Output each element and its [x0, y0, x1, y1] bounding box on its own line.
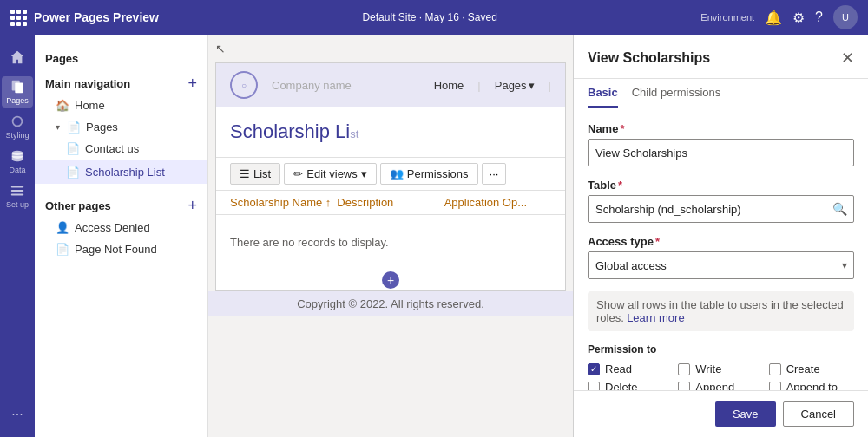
permission-create: Create: [769, 362, 854, 375]
name-label: Name *: [588, 122, 854, 135]
col-description[interactable]: Description: [337, 196, 444, 209]
permission-delete-label: Delete: [605, 381, 638, 390]
nav-home[interactable]: [2, 42, 33, 73]
access-type-select[interactable]: Global access: [588, 251, 854, 279]
company-name: Company name: [272, 79, 420, 92]
name-input[interactable]: [588, 139, 854, 166]
scholarship-list-icon: 📄: [66, 166, 80, 179]
nav-pages-label: Pages: [6, 96, 29, 105]
add-row-button[interactable]: +: [382, 271, 399, 289]
preview-toolbar: ↖: [208, 35, 573, 62]
sidebar-other-pages-header: Other pages +: [35, 191, 207, 217]
panel-tabs: Basic Child permissions: [574, 79, 868, 108]
env-label: Environment: [700, 12, 754, 23]
footer-text: Copyright © 2022. All rights reserved.: [297, 297, 484, 310]
nav-more[interactable]: ···: [2, 399, 33, 430]
sidebar: Pages Main navigation + 🏠 Home ▾ 📄 Pages…: [35, 35, 208, 437]
sidebar-main-nav-header: Main navigation +: [35, 68, 207, 95]
permission-append: Append: [678, 381, 763, 390]
panel-close-button[interactable]: ✕: [841, 49, 854, 68]
list-icon: ☰: [240, 167, 250, 180]
col-scholarship-name[interactable]: Scholarship Name ↑: [230, 196, 337, 209]
add-nav-item-button[interactable]: +: [187, 75, 197, 91]
sidebar-scholarship-label: Scholarship List: [85, 166, 165, 179]
permission-write: Write: [678, 362, 763, 375]
col-application[interactable]: Application Op...: [444, 196, 551, 209]
top-bar-right: Environment 🔔 ⚙ ? U: [700, 5, 858, 29]
permission-grid: ✓ Read Write Create Delete: [588, 362, 854, 390]
sidebar-item-page-not-found[interactable]: 📄 Page Not Found: [35, 238, 207, 260]
list-footer: +: [216, 270, 565, 290]
permission-read-label: Read: [605, 362, 632, 375]
preview-back-button[interactable]: ↖: [215, 42, 226, 55]
permission-delete: Delete: [588, 381, 673, 390]
learn-more-link[interactable]: Learn more: [627, 311, 684, 324]
cancel-button[interactable]: Cancel: [783, 401, 854, 427]
add-other-page-button[interactable]: +: [187, 198, 197, 213]
list-empty-message: There are no records to display.: [216, 215, 565, 270]
checkbox-create[interactable]: [769, 363, 781, 375]
page-title-area: Scholarship List: [216, 107, 565, 157]
nav-home-link[interactable]: Home: [434, 79, 464, 92]
page-not-found-icon: 📄: [56, 243, 69, 256]
checkbox-delete[interactable]: [588, 382, 600, 391]
help-icon[interactable]: ?: [815, 10, 823, 25]
nav-data-label: Data: [9, 166, 25, 174]
panel-header: View Scholarships ✕: [574, 35, 868, 79]
sidebar-page-not-found-label: Page Not Found: [75, 243, 157, 256]
sidebar-item-home[interactable]: 🏠 Home: [35, 95, 207, 116]
sidebar-item-contact-us[interactable]: 📄 Contact us: [35, 138, 207, 160]
settings-icon[interactable]: ⚙: [792, 10, 805, 26]
list-more-button[interactable]: ···: [482, 163, 507, 185]
permissions-label: Permissions: [407, 167, 469, 180]
permissions-button[interactable]: 👥 Permissions: [380, 163, 478, 185]
nav-setup[interactable]: Set up: [2, 180, 33, 212]
nav-pages-dropdown[interactable]: Pages ▾: [495, 79, 535, 92]
notification-icon[interactable]: 🔔: [765, 10, 782, 26]
access-info: Show all rows in the table to users in t…: [588, 291, 854, 331]
list-view-button[interactable]: ☰ List: [230, 163, 280, 185]
chevron-down-icon: ▾: [56, 122, 60, 132]
sidebar-home-label: Home: [75, 99, 105, 112]
panel-footer: Save Cancel: [574, 390, 868, 437]
name-required: *: [620, 122, 624, 135]
nav-data[interactable]: Data: [2, 146, 33, 177]
permissions-icon: 👥: [390, 167, 404, 180]
checkbox-read[interactable]: ✓: [588, 363, 600, 375]
table-input[interactable]: [588, 195, 854, 223]
svg-rect-5: [11, 194, 23, 196]
edit-views-label: Edit views: [306, 167, 358, 180]
tab-child-permissions[interactable]: Child permissions: [632, 79, 721, 108]
permission-to-section: Permission to ✓ Read Write Create: [588, 343, 854, 390]
access-type-select-wrapper: Global access ▾: [588, 251, 854, 279]
sidebar-item-scholarship-list[interactable]: 📄 Scholarship List ···: [35, 160, 207, 184]
sidebar-item-pages-expand[interactable]: ▾ 📄 Pages: [35, 116, 207, 138]
sidebar-item-access-denied[interactable]: 👤 Access Denied: [35, 217, 207, 238]
access-type-required: *: [655, 235, 660, 248]
save-status: Default Site · May 16 · Saved: [362, 11, 496, 23]
avatar[interactable]: U: [833, 5, 858, 29]
svg-rect-3: [11, 186, 23, 188]
nav-setup-label: Set up: [6, 200, 29, 209]
permission-write-label: Write: [695, 362, 721, 375]
save-button[interactable]: Save: [715, 401, 776, 427]
tab-basic[interactable]: Basic: [588, 79, 618, 108]
list-header: Scholarship Name ↑ Description Applicati…: [216, 190, 565, 215]
checkbox-append-to[interactable]: [769, 382, 781, 391]
home-icon: 🏠: [56, 99, 69, 112]
nav-styling[interactable]: Styling: [2, 111, 33, 142]
list-button-label: List: [253, 167, 271, 180]
permission-append-label: Append: [695, 381, 734, 390]
nav-pages[interactable]: Pages: [2, 76, 33, 108]
table-search-icon: 🔍: [832, 202, 847, 216]
edit-views-button[interactable]: ✏ Edit views ▾: [284, 163, 377, 185]
waffle-icon[interactable]: [10, 10, 27, 26]
icon-nav: Pages Styling Data Set up ···: [0, 35, 35, 437]
top-bar: Power Pages Preview Default Site · May 1…: [0, 0, 868, 35]
checkbox-append[interactable]: [678, 382, 690, 391]
table-input-wrapper: 🔍: [588, 195, 854, 223]
sidebar-pages-label: Pages: [86, 121, 118, 134]
table-required: *: [618, 179, 622, 192]
permission-append-to-label: Append to: [786, 381, 838, 390]
checkbox-write[interactable]: [678, 363, 690, 375]
